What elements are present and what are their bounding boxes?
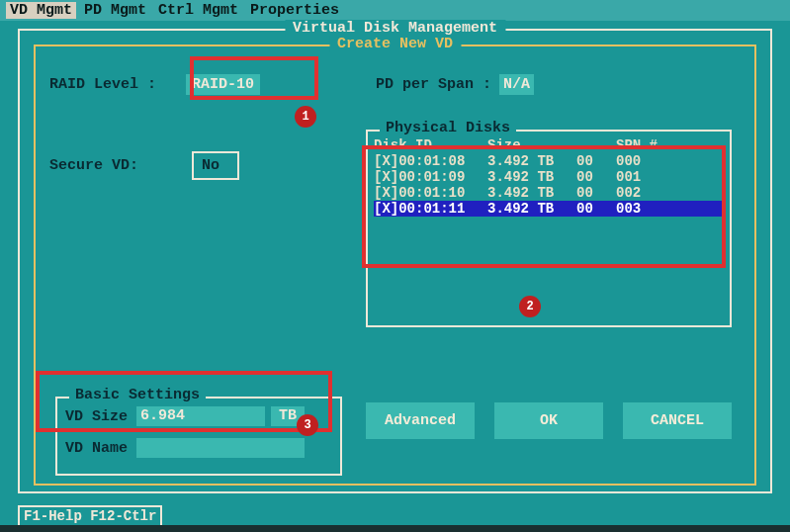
- help-footer: F1-Help F12-Ctlr: [18, 505, 162, 525]
- pd-cell-id: [X]00:01:08: [374, 153, 487, 169]
- pd-col-spn: SPN #: [616, 137, 665, 153]
- pd-col-size: Size: [487, 137, 576, 153]
- advanced-button[interactable]: Advanced: [366, 402, 475, 439]
- pd-cell-spn: 002: [616, 185, 665, 201]
- bios-screen: Virtual Disk Management Create New VD RA…: [0, 21, 790, 525]
- pd-cell-size: 3.492 TB: [487, 201, 576, 217]
- pd-col-x: [576, 137, 616, 153]
- pd-col-diskid: Disk ID: [374, 137, 487, 153]
- pd-cell-c3: 00: [576, 185, 616, 201]
- pd-cell-spn: 003: [616, 201, 665, 217]
- pd-cell-id: [X]00:01:09: [374, 169, 487, 185]
- physical-disks-box: Physical Disks Disk ID Size SPN # [X]00:…: [366, 130, 732, 327]
- basic-settings-box: Basic Settings VD Size 6.984 TB VD Name: [55, 397, 342, 476]
- menu-bar: VD Mgmt PD Mgmt Ctrl Mgmt Properties: [0, 0, 790, 21]
- cancel-button[interactable]: CANCEL: [623, 402, 732, 439]
- pd-cell-id: [X]00:01:10: [374, 185, 487, 201]
- button-row: Advanced OK CANCEL: [366, 402, 732, 439]
- secure-vd-value[interactable]: No: [192, 151, 239, 180]
- pd-row[interactable]: [X]00:01:093.492 TB00001: [374, 169, 724, 185]
- ok-button[interactable]: OK: [494, 402, 603, 439]
- pd-cell-c3: 00: [576, 169, 616, 185]
- raid-level-value[interactable]: RAID-10: [186, 74, 260, 95]
- pd-row[interactable]: [X]00:01:083.492 TB00000: [374, 153, 724, 169]
- pd-header: Disk ID Size SPN #: [374, 137, 724, 153]
- pd-cell-spn: 000: [616, 153, 665, 169]
- pd-per-span-label: PD per Span :: [376, 76, 491, 93]
- pd-cell-c3: 00: [576, 153, 616, 169]
- raid-level-label: RAID Level :: [49, 76, 156, 93]
- pd-cell-size: 3.492 TB: [487, 153, 576, 169]
- pd-cell-size: 3.492 TB: [487, 169, 576, 185]
- secure-vd-label: Secure VD:: [49, 157, 138, 174]
- physical-disks-title: Physical Disks: [380, 120, 516, 136]
- pd-cell-c3: 00: [576, 201, 616, 217]
- vdm-title: Virtual Disk Management: [285, 20, 505, 37]
- pd-cell-spn: 001: [616, 169, 665, 185]
- vd-size-input[interactable]: 6.984: [136, 406, 265, 426]
- vd-size-unit[interactable]: TB: [271, 406, 305, 426]
- menu-ctrl-mgmt[interactable]: Ctrl Mgmt: [154, 2, 242, 19]
- pd-cell-id: [X]00:01:11: [374, 201, 487, 217]
- basic-settings-title: Basic Settings: [69, 387, 206, 403]
- pd-per-span-value[interactable]: N/A: [499, 74, 534, 95]
- vd-name-label: VD Name: [65, 440, 136, 457]
- menu-vd-mgmt[interactable]: VD Mgmt: [6, 2, 76, 19]
- menu-properties[interactable]: Properties: [246, 2, 343, 19]
- pd-row[interactable]: [X]00:01:103.492 TB00002: [374, 185, 724, 201]
- create-vd-frame: Create New VD RAID Level : RAID-10 PD pe…: [34, 44, 756, 486]
- vdm-frame: Virtual Disk Management Create New VD RA…: [18, 29, 772, 493]
- menu-pd-mgmt[interactable]: PD Mgmt: [80, 2, 150, 19]
- vd-name-input[interactable]: [136, 438, 305, 458]
- vd-size-label: VD Size: [65, 408, 136, 425]
- pd-row[interactable]: [X]00:01:113.492 TB00003: [374, 201, 724, 217]
- create-vd-title: Create New VD: [329, 36, 461, 52]
- pd-cell-size: 3.492 TB: [487, 185, 576, 201]
